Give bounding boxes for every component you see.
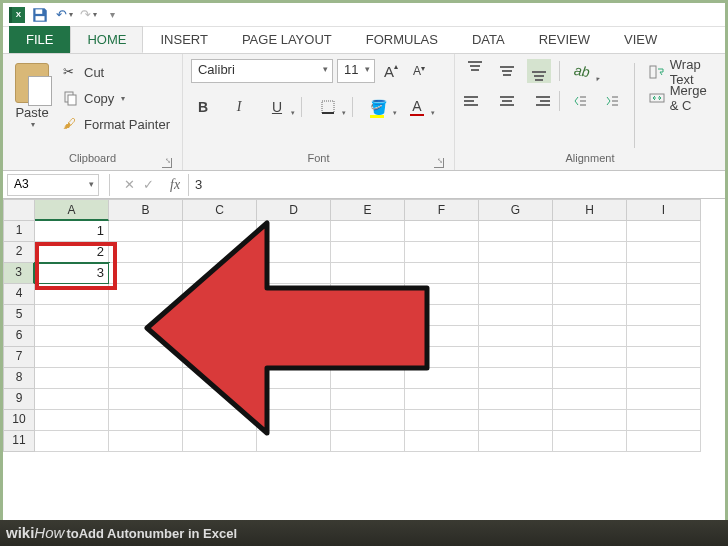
align-center-icon[interactable] (495, 89, 519, 113)
cell[interactable] (627, 389, 701, 410)
enter-formula-icon[interactable]: ✓ (143, 177, 154, 192)
name-box[interactable]: A3 (7, 174, 99, 196)
font-size-select[interactable]: 11 (337, 59, 375, 83)
cell[interactable] (553, 389, 627, 410)
format-painter-button[interactable]: 🖌Format Painter (59, 111, 174, 137)
cell[interactable] (479, 263, 553, 284)
cell[interactable] (553, 431, 627, 452)
copy-button[interactable]: Copy▾ (59, 85, 174, 111)
decrease-font-icon[interactable]: A▾ (407, 59, 431, 83)
increase-indent-icon[interactable] (600, 89, 624, 113)
row-header[interactable]: 5 (3, 305, 35, 326)
cell[interactable] (627, 284, 701, 305)
align-left-icon[interactable] (463, 89, 487, 113)
tab-insert[interactable]: INSERT (143, 26, 224, 53)
customize-qat-icon[interactable]: ▾ (103, 6, 121, 24)
cell[interactable] (627, 347, 701, 368)
cell[interactable] (35, 410, 109, 431)
dialog-launcher-icon[interactable]: ⤡ (434, 158, 444, 168)
cell[interactable] (479, 305, 553, 326)
merge-center-button[interactable]: Merge & C (645, 85, 717, 111)
wrap-text-button[interactable]: Wrap Text (645, 59, 717, 85)
row-header[interactable]: 11 (3, 431, 35, 452)
cell[interactable] (35, 431, 109, 452)
cell[interactable] (627, 242, 701, 263)
cell[interactable] (35, 368, 109, 389)
cell[interactable] (553, 284, 627, 305)
cell[interactable] (35, 305, 109, 326)
font-name-select[interactable]: Calibri (191, 59, 333, 83)
cell[interactable] (553, 305, 627, 326)
undo-icon[interactable]: ↶▾ (55, 6, 73, 24)
align-bottom-icon[interactable] (527, 59, 551, 83)
cell[interactable] (627, 410, 701, 431)
cell[interactable] (479, 410, 553, 431)
tab-review[interactable]: REVIEW (522, 26, 607, 53)
row-header[interactable]: 10 (3, 410, 35, 431)
column-header[interactable]: A (35, 199, 109, 221)
dialog-launcher-icon[interactable]: ⤡ (162, 158, 172, 168)
row-header[interactable]: 3 (3, 263, 35, 284)
cell[interactable] (35, 389, 109, 410)
orientation-icon[interactable]: ab (568, 57, 595, 84)
select-all-corner[interactable] (3, 199, 35, 221)
row-header[interactable]: 6 (3, 326, 35, 347)
cell[interactable] (553, 368, 627, 389)
bold-button[interactable]: B (191, 95, 215, 119)
align-middle-icon[interactable] (495, 59, 519, 83)
cut-button[interactable]: ✂Cut (59, 59, 174, 85)
cell[interactable] (627, 221, 701, 242)
borders-button[interactable] (316, 95, 340, 119)
column-header[interactable]: G (479, 199, 553, 221)
cell[interactable] (35, 326, 109, 347)
cell[interactable]: 1 (35, 221, 109, 242)
row-header[interactable]: 8 (3, 368, 35, 389)
chevron-down-icon[interactable]: ▾ (121, 94, 125, 103)
cell[interactable] (553, 326, 627, 347)
row-header[interactable]: 4 (3, 284, 35, 305)
cell[interactable] (553, 263, 627, 284)
cell[interactable] (479, 368, 553, 389)
fill-color-button[interactable]: 🪣 (367, 95, 391, 119)
italic-button[interactable]: I (227, 95, 251, 119)
tab-home[interactable]: HOME (70, 26, 143, 53)
row-header[interactable]: 7 (3, 347, 35, 368)
cell[interactable] (479, 284, 553, 305)
cell[interactable] (627, 305, 701, 326)
align-right-icon[interactable] (527, 89, 551, 113)
cell[interactable] (479, 242, 553, 263)
cell[interactable] (479, 221, 553, 242)
fx-icon[interactable]: fx (170, 177, 180, 193)
cell[interactable] (553, 347, 627, 368)
tab-view[interactable]: VIEW (607, 26, 674, 53)
cell[interactable] (553, 410, 627, 431)
tab-formulas[interactable]: FORMULAS (349, 26, 455, 53)
underline-button[interactable]: U (265, 95, 289, 119)
column-header[interactable]: H (553, 199, 627, 221)
cell[interactable] (553, 242, 627, 263)
increase-font-icon[interactable]: A▴ (379, 59, 403, 83)
save-icon[interactable] (31, 6, 49, 24)
align-top-icon[interactable] (463, 59, 487, 83)
redo-icon[interactable]: ↷▾ (79, 6, 97, 24)
chevron-down-icon[interactable]: ▾ (13, 120, 53, 129)
decrease-indent-icon[interactable] (568, 89, 592, 113)
cell[interactable] (627, 431, 701, 452)
row-header[interactable]: 9 (3, 389, 35, 410)
cell[interactable] (627, 326, 701, 347)
tab-file[interactable]: FILE (9, 26, 70, 53)
cell[interactable] (627, 368, 701, 389)
cell[interactable] (479, 326, 553, 347)
column-header[interactable]: I (627, 199, 701, 221)
cell[interactable] (479, 431, 553, 452)
cell[interactable] (35, 347, 109, 368)
cell[interactable] (479, 389, 553, 410)
tab-data[interactable]: DATA (455, 26, 522, 53)
paste-button[interactable]: Paste ▾ (11, 59, 53, 152)
cell[interactable] (553, 221, 627, 242)
cell[interactable] (627, 263, 701, 284)
row-header[interactable]: 2 (3, 242, 35, 263)
row-header[interactable]: 1 (3, 221, 35, 242)
font-color-button[interactable]: A (405, 95, 429, 119)
tab-page-layout[interactable]: PAGE LAYOUT (225, 26, 349, 53)
